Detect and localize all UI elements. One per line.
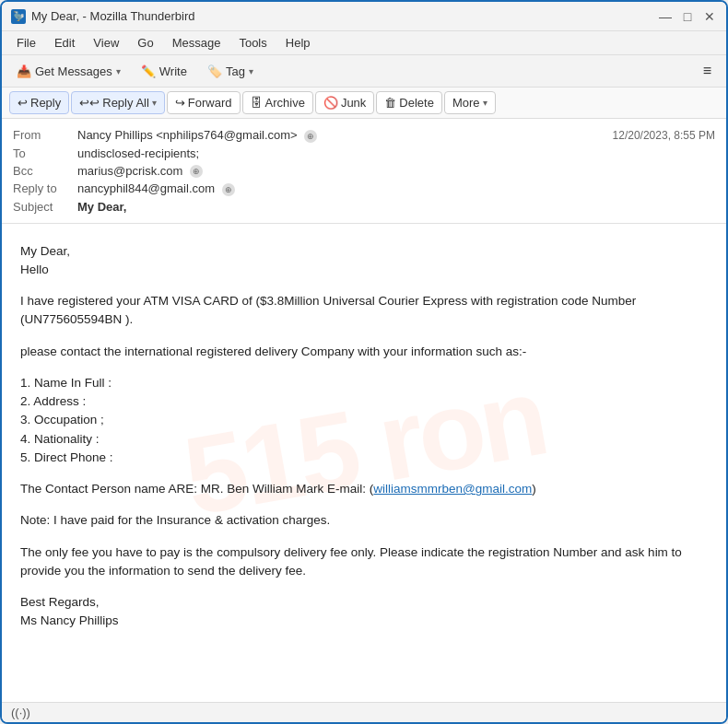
reply-all-button[interactable]: ↩↩ Reply All ▾ — [71, 91, 165, 114]
bcc-icon: ⊕ — [190, 165, 203, 178]
email-body-text: My Dear, Hello I have registered your AT… — [20, 242, 708, 631]
forward-icon: ↪ — [175, 96, 185, 110]
tag-icon: 🏷️ — [207, 64, 222, 78]
greeting-line: My Dear, Hello — [20, 242, 708, 280]
from-email: <nphilips764@gmail.com> — [156, 128, 297, 142]
list-item-3: 3. Occupation ; — [20, 413, 104, 426]
to-row: To undisclosed-recipients; — [13, 145, 715, 162]
email-body: 515 ron My Dear, Hello I have registered… — [2, 224, 726, 702]
main-toolbar: 📥 Get Messages ▾ ✏️ Write 🏷️ Tag ▾ ≡ — [2, 55, 726, 88]
from-value: Nancy Phillips <nphilips764@gmail.com> ⊕ — [77, 128, 613, 143]
close-button[interactable]: ✕ — [702, 9, 717, 24]
list-section: 1. Name In Full : 2. Address : 3. Occupa… — [20, 374, 708, 467]
paragraph1: I have registered your ATM VISA CARD of … — [20, 292, 708, 330]
menu-edit[interactable]: Edit — [47, 33, 82, 53]
archive-label: Archive — [265, 96, 305, 110]
sender-icon: ⊕ — [304, 130, 317, 143]
subject-label: Subject — [13, 200, 77, 214]
main-window: 🦤 My Dear, - Mozilla Thunderbird — □ ✕ F… — [0, 0, 728, 724]
reply-to-row: Reply to nancyphil844@gmail.com ⊕ — [13, 180, 715, 198]
menu-file[interactable]: File — [9, 33, 43, 53]
to-label: To — [13, 146, 77, 160]
to-value: undisclosed-recipients; — [77, 146, 715, 160]
menu-message[interactable]: Message — [165, 33, 229, 53]
get-messages-label: Get Messages — [35, 64, 112, 78]
bcc-email: marius@pcrisk.com — [77, 164, 182, 178]
subject-row: Subject My Dear, — [13, 198, 715, 216]
inbox-icon: 📥 — [17, 64, 31, 78]
more-button[interactable]: More ▾ — [444, 91, 496, 114]
hello: Hello — [20, 263, 49, 276]
email-header: From Nancy Phillips <nphilips764@gmail.c… — [2, 119, 726, 224]
list-item-2: 2. Address : — [20, 394, 86, 408]
from-label: From — [13, 128, 77, 142]
tag-label: Tag — [226, 64, 245, 78]
get-messages-dropdown-icon[interactable]: ▾ — [116, 66, 121, 76]
bcc-value: marius@pcrisk.com ⊕ — [77, 164, 715, 179]
list-item-5: 5. Direct Phone : — [20, 450, 113, 464]
reply-to-email: nancyphil844@gmail.com — [77, 181, 215, 195]
email-action-toolbar: ↩ Reply ↩↩ Reply All ▾ ↪ Forward 🗄 Archi… — [2, 88, 726, 119]
fee-paragraph: The only fee you have to pay is the comp… — [20, 543, 708, 581]
contact-email-link[interactable]: williamsmmrben@gmail.com — [373, 482, 532, 496]
email-date: 12/20/2023, 8:55 PM — [613, 129, 715, 142]
reply-all-dropdown-icon[interactable]: ▾ — [152, 98, 157, 108]
reply-to-icon: ⊕ — [222, 183, 235, 196]
reply-icon: ↩ — [18, 96, 28, 110]
reply-all-icon: ↩↩ — [79, 96, 100, 110]
signature: Ms Nancy Phillips — [20, 613, 119, 627]
tag-dropdown-icon[interactable]: ▾ — [249, 66, 253, 76]
wifi-icon: ((·)) — [11, 706, 30, 719]
write-icon: ✏️ — [141, 64, 156, 78]
contact-paragraph: The Contact Person name ARE: MR. Ben Wil… — [20, 480, 708, 498]
reply-all-label: Reply All — [102, 96, 149, 110]
write-label: Write — [159, 64, 187, 78]
write-button[interactable]: ✏️ Write — [134, 61, 194, 82]
window-title: My Dear, - Mozilla Thunderbird — [31, 9, 195, 23]
delete-label: Delete — [399, 96, 434, 110]
subject-value: My Dear, — [77, 200, 715, 214]
greeting: My Dear, — [20, 244, 70, 258]
menu-bar: File Edit View Go Message Tools Help — [2, 31, 726, 55]
archive-icon: 🗄 — [251, 96, 263, 110]
junk-icon: 🚫 — [323, 96, 338, 110]
from-name: Nancy Phillips — [77, 128, 153, 142]
minimize-button[interactable]: — — [658, 9, 673, 24]
paragraph2: please contact the international registe… — [20, 343, 708, 361]
list-item-1: 1. Name In Full : — [20, 376, 112, 390]
status-bar: ((·)) — [2, 702, 726, 722]
forward-button[interactable]: ↪ Forward — [167, 91, 241, 114]
delete-button[interactable]: 🗑 Delete — [376, 91, 442, 114]
maximize-button[interactable]: □ — [680, 9, 695, 24]
bcc-row: Bcc marius@pcrisk.com ⊕ — [13, 162, 715, 181]
from-row: From Nancy Phillips <nphilips764@gmail.c… — [13, 126, 715, 145]
reply-label: Reply — [30, 96, 61, 110]
contact-prefix: The Contact Person name ARE: MR. Ben Wil… — [20, 482, 373, 496]
reply-to-value: nancyphil844@gmail.com ⊕ — [77, 181, 715, 196]
menu-view[interactable]: View — [86, 33, 126, 53]
hamburger-menu-button[interactable]: ≡ — [696, 59, 719, 83]
more-dropdown-icon[interactable]: ▾ — [483, 98, 487, 108]
junk-button[interactable]: 🚫 Junk — [315, 91, 374, 114]
title-bar-left: 🦤 My Dear, - Mozilla Thunderbird — [11, 9, 195, 24]
menu-tools[interactable]: Tools — [231, 33, 274, 53]
sign-off-paragraph: Best Regards, Ms Nancy Phillips — [20, 593, 708, 631]
reply-button[interactable]: ↩ Reply — [9, 91, 69, 114]
app-icon: 🦤 — [11, 9, 26, 24]
list-item-4: 4. Nationality : — [20, 432, 100, 446]
get-messages-button[interactable]: 📥 Get Messages ▾ — [9, 61, 128, 82]
note-paragraph: Note: I have paid for the Insurance & ac… — [20, 511, 708, 530]
sign-off: Best Regards, — [20, 595, 100, 609]
contact-suffix: ) — [532, 482, 536, 496]
menu-help[interactable]: Help — [278, 33, 318, 53]
title-bar: 🦤 My Dear, - Mozilla Thunderbird — □ ✕ — [2, 2, 726, 31]
bcc-label: Bcc — [13, 164, 77, 178]
delete-icon: 🗑 — [384, 96, 396, 110]
menu-go[interactable]: Go — [130, 33, 160, 53]
forward-label: Forward — [188, 96, 232, 110]
reply-to-label: Reply to — [13, 181, 77, 195]
tag-button[interactable]: 🏷️ Tag ▾ — [200, 61, 261, 82]
archive-button[interactable]: 🗄 Archive — [242, 91, 313, 114]
window-controls: — □ ✕ — [658, 9, 717, 24]
junk-label: Junk — [341, 96, 366, 110]
